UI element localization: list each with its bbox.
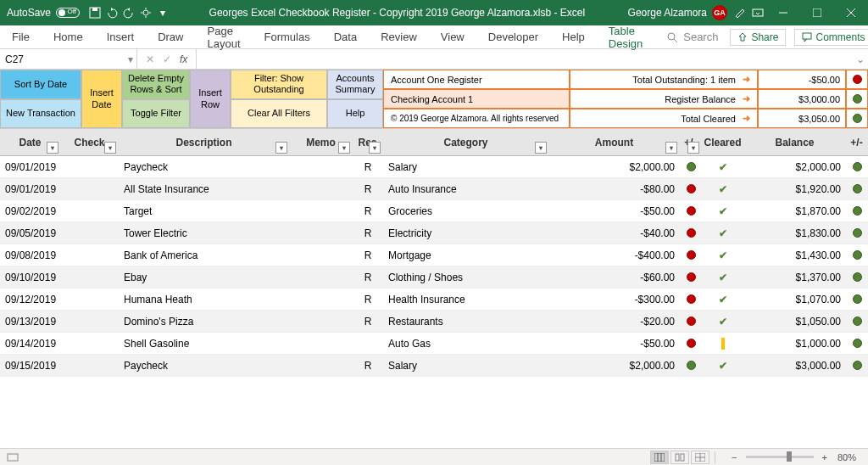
sheet-options-icon[interactable] [0, 451, 25, 463]
name-box[interactable]: C27 ▾ [0, 49, 137, 69]
drawing-icon[interactable] [732, 4, 749, 21]
cell-check[interactable] [61, 222, 119, 244]
tab-home[interactable]: Home [42, 25, 95, 48]
qat-dropdown-icon[interactable]: ▾ [154, 4, 171, 21]
cell-rec[interactable]: R [353, 266, 383, 288]
cell-description[interactable]: Paycheck [119, 355, 290, 376]
cell-cleared[interactable] [702, 333, 744, 354]
tab-insert[interactable]: Insert [95, 25, 147, 48]
cell-description[interactable]: Bank of America [119, 244, 290, 266]
cell-memo[interactable] [290, 222, 353, 244]
cell-date[interactable]: 09/05/2019 [0, 222, 61, 244]
close-button[interactable] [834, 0, 868, 25]
cell-check[interactable] [61, 311, 119, 332]
tab-view[interactable]: View [429, 25, 476, 48]
cell-check[interactable] [61, 333, 119, 354]
filter-dropdown-icon[interactable]: ▾ [687, 142, 699, 154]
table-row[interactable]: 09/01/2019PaycheckRSalary$2,000.00✔$2,00… [0, 156, 868, 178]
account-button[interactable]: George Alzamora GA [623, 5, 732, 20]
redo-icon[interactable] [120, 4, 137, 21]
filter-dropdown-icon[interactable]: ▾ [47, 142, 58, 154]
cell-memo[interactable] [290, 333, 353, 354]
cell-memo[interactable] [290, 355, 353, 376]
cell-date[interactable]: 09/08/2019 [0, 244, 61, 266]
table-row[interactable]: 09/02/2019TargetRGroceries-$50.00✔$1,870… [0, 200, 868, 222]
tab-table-design[interactable]: Table Design [597, 25, 654, 48]
zoom-in-button[interactable]: + [819, 452, 831, 462]
zoom-slider[interactable] [746, 456, 814, 458]
cell-rec[interactable]: R [353, 244, 383, 266]
col-description[interactable]: Description▾ [119, 129, 290, 155]
tab-draw[interactable]: Draw [146, 25, 195, 48]
cancel-icon[interactable]: ✕ [146, 53, 154, 65]
cell-description[interactable]: Domino's Pizza [119, 311, 290, 332]
cell-amount[interactable]: -$50.00 [549, 333, 680, 354]
cell-rec[interactable] [353, 333, 383, 354]
cell-date[interactable]: 09/01/2019 [0, 178, 61, 199]
col-category[interactable]: Category▾ [383, 129, 549, 155]
new-transaction-button[interactable]: New Transaction [0, 99, 81, 129]
table-row[interactable]: 09/05/2019Tower ElectricRElectricity-$40… [0, 222, 868, 244]
cell-amount[interactable]: -$60.00 [549, 266, 680, 288]
cell-rec[interactable]: R [353, 178, 383, 199]
cell-category[interactable]: Health Insurance [383, 289, 549, 310]
cell-date[interactable]: 09/02/2019 [0, 200, 61, 221]
undo-icon[interactable] [103, 4, 120, 21]
col-check[interactable]: Check▾ [61, 129, 119, 155]
cell-cleared[interactable]: ✔ [702, 355, 744, 376]
cell-check[interactable] [61, 244, 119, 266]
cell-amount[interactable]: -$20.00 [549, 311, 680, 332]
col-balance[interactable]: Balance [744, 129, 846, 155]
formula-input[interactable] [197, 49, 853, 69]
cell-description[interactable]: Tower Electric [119, 222, 290, 244]
cell-description[interactable]: Shell Gasoline [119, 333, 290, 354]
cell-memo[interactable] [290, 156, 353, 177]
tab-file[interactable]: File [0, 25, 42, 48]
cell-amount[interactable]: $2,000.00 [549, 156, 680, 177]
toggle-filter-button[interactable]: Toggle Filter [122, 99, 190, 129]
cell-cleared[interactable]: ✔ [702, 222, 744, 244]
view-normal-icon[interactable] [650, 451, 669, 464]
zoom-level[interactable]: 80% [832, 452, 861, 462]
col-memo[interactable]: Memo▾ [290, 129, 353, 155]
accounts-summary-button[interactable]: Accounts Summary [327, 70, 383, 99]
tab-review[interactable]: Review [369, 25, 429, 48]
table-row[interactable]: 09/01/2019All State InsuranceRAuto Insur… [0, 178, 868, 200]
zoom-out-button[interactable]: − [728, 452, 740, 462]
cell-cleared[interactable]: ✔ [702, 244, 744, 266]
cell-date[interactable]: 09/14/2019 [0, 333, 61, 354]
cell-memo[interactable] [290, 178, 353, 199]
ribbon-display-icon[interactable] [749, 4, 766, 21]
insert-date-button[interactable]: Insert Date [81, 70, 122, 128]
table-row[interactable]: 09/13/2019Domino's PizzaRRestaurants-$20… [0, 311, 868, 333]
cell-check[interactable] [61, 289, 119, 310]
col-amount[interactable]: Amount▾ [549, 129, 680, 155]
cell-memo[interactable] [290, 289, 353, 310]
cell-memo[interactable] [290, 266, 353, 288]
cell-memo[interactable] [290, 311, 353, 332]
cell-date[interactable]: 09/13/2019 [0, 311, 61, 332]
cell-check[interactable] [61, 200, 119, 221]
touch-icon[interactable] [137, 4, 154, 21]
cell-category[interactable]: Electricity [383, 222, 549, 244]
save-icon[interactable] [86, 4, 103, 21]
cell-category[interactable]: Groceries [383, 200, 549, 221]
clear-filters-button[interactable]: Clear All Filters [231, 99, 327, 129]
help-button[interactable]: Help [327, 99, 383, 129]
filter-dropdown-icon[interactable]: ▾ [535, 142, 547, 154]
cell-amount[interactable]: -$80.00 [549, 178, 680, 199]
cell-cleared[interactable]: ✔ [702, 289, 744, 310]
account-name-cell[interactable]: Checking Account 1 [383, 89, 570, 109]
cell-rec[interactable]: R [353, 222, 383, 244]
cell-category[interactable]: Salary [383, 156, 549, 177]
cell-check[interactable] [61, 156, 119, 177]
expand-formula-icon[interactable]: ⌄ [853, 53, 868, 65]
filter-dropdown-icon[interactable]: ▾ [338, 142, 350, 154]
insert-row-button[interactable]: Insert Row [190, 70, 231, 128]
cell-amount[interactable]: -$400.00 [549, 244, 680, 266]
cell-category[interactable]: Mortgage [383, 244, 549, 266]
minimize-button[interactable] [766, 0, 800, 25]
cell-memo[interactable] [290, 244, 353, 266]
cell-amount[interactable]: -$300.00 [549, 289, 680, 310]
col-cleared[interactable]: Cleared [702, 129, 744, 155]
